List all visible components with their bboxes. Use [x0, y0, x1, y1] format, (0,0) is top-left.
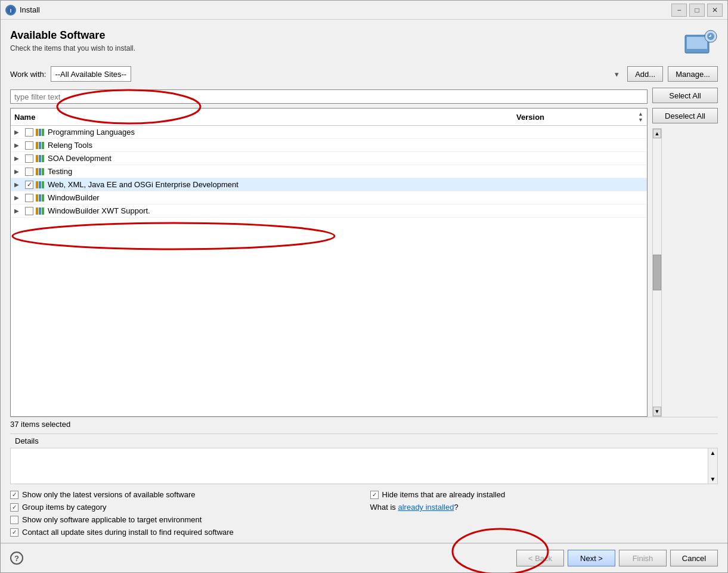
filter-row: Select All [10, 88, 718, 106]
header-left: Available Software Check the items that … [10, 29, 135, 52]
footer-left: ? [10, 552, 23, 565]
option-row-4: What is already installed? [370, 503, 718, 512]
details-header: Details [10, 434, 718, 448]
cancel-button[interactable]: Cancel [670, 550, 718, 566]
back-button[interactable]: < Back [516, 550, 564, 566]
next-button[interactable]: Next > [568, 550, 615, 566]
item-icon [36, 168, 45, 175]
window-title: Install [20, 5, 40, 14]
list-item[interactable]: ▶ Programming Languages [11, 126, 647, 139]
manage-button[interactable]: Manage... [668, 66, 718, 82]
window-icon: I [5, 5, 16, 16]
option-label-6: Contact all update sites during install … [22, 528, 234, 537]
list-item[interactable]: ▶ WindowBuilder XWT Support. [11, 205, 647, 218]
item-icon [36, 207, 45, 215]
option-checkbox-2[interactable]: ✓ [370, 491, 379, 499]
option-checkbox-6[interactable]: ✓ [10, 528, 18, 537]
option-empty [370, 515, 718, 524]
list-items-wrapper: Name Version ▲ ▼ ▶ Programming Languages [10, 108, 718, 417]
expand-arrow[interactable]: ▶ [14, 194, 23, 201]
details-body: ▲ ▼ [10, 448, 718, 484]
item-checkbox[interactable] [25, 207, 33, 215]
scroll-down-arrow[interactable]: ▼ [653, 407, 661, 416]
restore-button[interactable]: □ [689, 4, 705, 17]
status-bar: 37 items selected [10, 417, 718, 431]
already-installed-link[interactable]: already installed [398, 503, 454, 512]
option-label-1: Show only the latest versions of availab… [22, 490, 196, 499]
minimize-button[interactable]: − [671, 4, 687, 17]
help-button[interactable]: ? [10, 552, 23, 565]
filter-input[interactable] [10, 89, 648, 104]
list-item-checked[interactable]: ▶ ✓ Web, XML, Java EE and OSGi Enterpris… [11, 178, 647, 191]
details-scrollbar[interactable]: ▲ ▼ [708, 448, 717, 484]
option-label-2: Hide items that are already installed [382, 490, 506, 499]
option-label-3: Group items by category [22, 503, 107, 512]
item-checkbox[interactable] [25, 128, 33, 137]
item-icon [36, 155, 45, 162]
select-all-button[interactable]: Select All [652, 88, 718, 103]
option-row-5: Show only software applicable to target … [10, 515, 358, 524]
close-button[interactable]: ✕ [707, 4, 723, 17]
list-body[interactable]: ▶ Programming Languages ▶ Releng Tools [11, 126, 647, 416]
svg-rect-3 [687, 37, 707, 49]
titlebar-left: I Install [5, 5, 40, 16]
expand-arrow[interactable]: ▶ [14, 142, 23, 148]
item-checkbox[interactable] [25, 168, 33, 176]
list-header: Name Version ▲ ▼ [11, 109, 647, 126]
options-grid: ✓ Show only the latest versions of avail… [10, 490, 718, 537]
item-icon [36, 181, 45, 188]
details-section: Details ▲ ▼ [10, 433, 718, 484]
option-row-3: ✓ Group items by category [10, 503, 358, 512]
item-label: Programming Languages [48, 128, 522, 137]
item-label: Releng Tools [48, 141, 522, 150]
scrollbar[interactable]: ▲ ▼ [652, 128, 662, 417]
item-icon [36, 194, 45, 202]
sort-arrows[interactable]: ▲ ▼ [638, 111, 643, 123]
header-area: Available Software Check the items that … [10, 29, 718, 59]
footer-right: < Back Next > Finish Cancel [516, 550, 718, 566]
scroll-thumb[interactable] [653, 255, 661, 290]
list-item[interactable]: ▶ Testing [11, 165, 647, 178]
svg-text:I: I [10, 8, 12, 14]
item-checkbox[interactable] [25, 141, 33, 150]
option-label-5: Show only software applicable to target … [22, 515, 202, 524]
details-scroll-down[interactable]: ▼ [709, 475, 717, 484]
work-with-row: Work with: --All Available Sites-- Add..… [10, 66, 718, 82]
expand-arrow[interactable]: ▶ [14, 207, 23, 214]
header-icon [682, 29, 718, 59]
item-label: SOA Development [48, 154, 522, 163]
finish-button[interactable]: Finish [619, 550, 667, 566]
item-checkbox[interactable] [25, 154, 33, 163]
add-button[interactable]: Add... [627, 66, 663, 82]
col-name: Name [14, 113, 516, 122]
footer: ? < Back Next > Finish Cancel [1, 543, 727, 572]
install-window: I Install − □ ✕ Available Software Check… [0, 0, 728, 573]
scroll-up-arrow[interactable]: ▲ [653, 129, 661, 138]
option-checkbox-3[interactable]: ✓ [10, 503, 18, 512]
option-checkbox-1[interactable]: ✓ [10, 491, 18, 499]
item-checkbox[interactable] [25, 194, 33, 202]
item-label: WindowBuilder XWT Support. [48, 206, 522, 215]
expand-arrow[interactable]: ▶ [14, 129, 23, 135]
item-checkbox-checked[interactable]: ✓ [25, 181, 33, 189]
list-item[interactable]: ▶ SOA Development [11, 152, 647, 165]
right-panel: Deselect All ▲ ▼ [652, 108, 718, 417]
option-checkbox-5[interactable] [10, 516, 18, 524]
expand-arrow[interactable]: ▶ [14, 155, 23, 162]
item-label: WindowBuilder [48, 193, 522, 202]
work-with-label: Work with: [10, 70, 46, 79]
item-icon [36, 142, 45, 149]
expand-arrow[interactable]: ▶ [14, 168, 23, 175]
deselect-all-button[interactable]: Deselect All [652, 108, 718, 123]
list-item[interactable]: ▶ Releng Tools [11, 139, 647, 152]
option-row-6: ✓ Contact all update sites during instal… [10, 528, 358, 537]
col-version: Version [516, 113, 636, 122]
titlebar-controls: − □ ✕ [671, 4, 723, 17]
item-icon [36, 129, 45, 136]
details-scroll-up[interactable]: ▲ [709, 448, 717, 457]
expand-arrow[interactable]: ▶ [14, 181, 23, 188]
work-with-select[interactable]: --All Available Sites-- [51, 66, 131, 82]
option-row-1: ✓ Show only the latest versions of avail… [10, 490, 358, 499]
options-section: ✓ Show only the latest versions of avail… [10, 484, 718, 543]
list-item[interactable]: ▶ WindowBuilder [11, 191, 647, 205]
